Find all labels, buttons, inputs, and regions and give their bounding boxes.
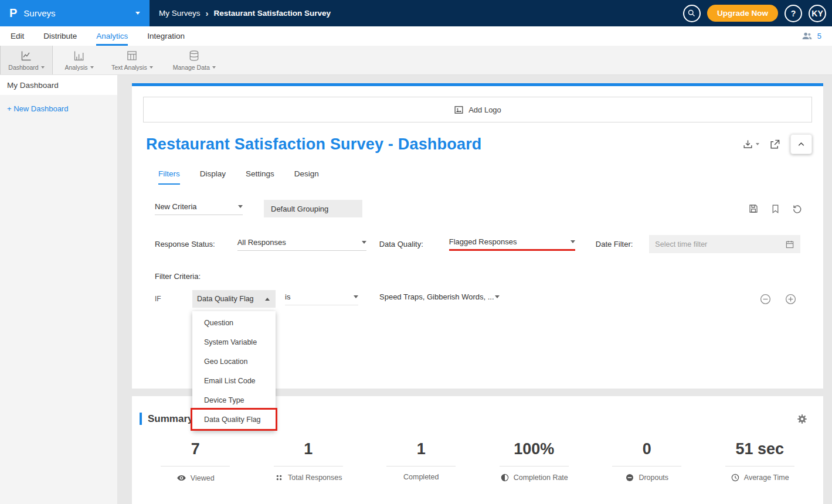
top-header: P Surveys My Surveys › Restaurant Satisf… bbox=[0, 0, 832, 26]
sidebar-item-my-dashboard[interactable]: My Dashboard bbox=[0, 75, 117, 95]
dropdown-item-system-variable[interactable]: System Variable bbox=[192, 332, 276, 352]
dashboard-card: Add Logo Restaurant Satisfaction Survey … bbox=[132, 83, 823, 389]
image-icon bbox=[454, 105, 464, 115]
stat-value: 7 bbox=[139, 440, 252, 458]
toolbar-item-label: Manage Data bbox=[173, 64, 210, 71]
dropdown-item-email-list-code[interactable]: Email List Code bbox=[192, 371, 276, 390]
stat-label: Viewed bbox=[191, 474, 215, 482]
download-button[interactable] bbox=[742, 139, 759, 150]
tab-design[interactable]: Design bbox=[294, 169, 319, 185]
stat-value: 51 sec bbox=[704, 440, 817, 458]
breadcrumb: My Surveys › Restaurant Satisfaction Sur… bbox=[159, 8, 331, 18]
tab-display[interactable]: Display bbox=[200, 169, 226, 185]
bookmark-criteria-button[interactable] bbox=[770, 204, 780, 214]
analytics-toolbar: Dashboard Analysis Text Analysis Manage … bbox=[0, 46, 832, 75]
date-filter-input[interactable] bbox=[655, 240, 782, 248]
new-dashboard-link[interactable]: + New Dashboard bbox=[0, 95, 117, 122]
date-filter-field[interactable] bbox=[649, 235, 800, 253]
new-criteria-select[interactable]: New Criteria bbox=[155, 202, 243, 215]
dashboard-tabs: Filters Display Settings Design bbox=[158, 169, 812, 185]
tab-edit[interactable]: Edit bbox=[11, 26, 24, 46]
text-grid-icon bbox=[126, 50, 138, 62]
response-status-select[interactable]: All Responses bbox=[237, 238, 366, 251]
add-logo-label: Add Logo bbox=[468, 105, 501, 114]
database-icon bbox=[188, 50, 200, 62]
help-button[interactable]: ? bbox=[785, 5, 802, 22]
add-logo-button[interactable]: Add Logo bbox=[143, 97, 812, 122]
stat-total-responses: 1 Total Responses bbox=[252, 440, 365, 483]
product-switcher[interactable]: P Surveys bbox=[0, 0, 150, 26]
add-criteria-button[interactable] bbox=[785, 293, 797, 305]
toolbar-item-dashboard[interactable]: Dashboard bbox=[0, 46, 53, 74]
tab-analytics[interactable]: Analytics bbox=[96, 26, 128, 46]
caret-down-icon bbox=[150, 66, 153, 69]
minus-circle-icon bbox=[759, 293, 772, 305]
toolbar-item-label: Analysis bbox=[64, 64, 87, 71]
summary-settings-button[interactable] bbox=[796, 413, 808, 425]
filter-criteria-label: Filter Criteria: bbox=[155, 272, 201, 281]
toolbar-item-analysis[interactable]: Analysis bbox=[53, 46, 106, 74]
page-title: Restaurant Satisfaction Survey - Dashboa… bbox=[146, 135, 482, 154]
stat-viewed: 7 Viewed bbox=[139, 440, 252, 483]
search-button[interactable] bbox=[683, 5, 701, 22]
plus-circle-icon bbox=[785, 293, 797, 305]
stat-label: Completion Rate bbox=[514, 474, 568, 482]
tab-distribute[interactable]: Distribute bbox=[43, 26, 77, 46]
caret-down-icon bbox=[362, 241, 366, 244]
toolbar-item-manage-data[interactable]: Manage Data bbox=[167, 46, 222, 74]
stat-label: Dropouts bbox=[639, 474, 668, 482]
reset-filters-button[interactable] bbox=[792, 203, 803, 214]
filters-panel: New Criteria Default Grouping bbox=[143, 200, 812, 308]
remove-criteria-button[interactable] bbox=[759, 293, 772, 305]
data-quality-select[interactable]: Flagged Responses bbox=[449, 237, 575, 251]
if-label: IF bbox=[155, 295, 165, 303]
dropdown-item-data-quality-flag[interactable]: Data Quality Flag bbox=[192, 410, 276, 429]
stat-value: 0 bbox=[590, 440, 704, 458]
dropdown-item-device-type[interactable]: Device Type bbox=[192, 390, 276, 410]
stat-label: Average Time bbox=[744, 474, 789, 482]
dropdown-item-geo-location[interactable]: Geo Location bbox=[192, 352, 276, 371]
collaborators[interactable]: 5 bbox=[802, 26, 832, 46]
data-quality-label: Data Quality: bbox=[379, 240, 423, 248]
criteria-field-select[interactable]: Data Quality Flag bbox=[192, 290, 276, 308]
default-grouping-field[interactable]: Default Grouping bbox=[264, 200, 362, 217]
tab-integration[interactable]: Integration bbox=[147, 26, 185, 46]
criteria-operator-select[interactable]: is bbox=[285, 292, 358, 305]
stat-value: 1 bbox=[252, 440, 365, 458]
date-filter-label: Date Filter: bbox=[596, 240, 633, 248]
stat-completed: 1 Completed bbox=[365, 440, 478, 483]
people-dots-icon bbox=[274, 473, 284, 482]
clock-icon bbox=[731, 473, 740, 482]
minus-circle-icon bbox=[625, 473, 634, 482]
analysis-chart-icon bbox=[73, 50, 85, 62]
line-chart-icon bbox=[21, 50, 32, 62]
bookmark-icon bbox=[770, 204, 780, 214]
dropdown-item-question[interactable]: Question bbox=[192, 313, 276, 332]
caret-down-icon bbox=[756, 143, 759, 145]
breadcrumb-current: Restaurant Satisfaction Survey bbox=[214, 9, 331, 18]
upgrade-now-button[interactable]: Upgrade Now bbox=[707, 5, 778, 22]
reset-icon bbox=[792, 203, 803, 214]
half-circle-icon bbox=[500, 473, 510, 482]
avatar[interactable]: KY bbox=[809, 5, 826, 22]
app-window: P Surveys My Surveys › Restaurant Satisf… bbox=[0, 0, 832, 504]
gear-icon bbox=[796, 413, 808, 425]
tab-settings[interactable]: Settings bbox=[246, 169, 274, 185]
toolbar-item-text-analysis[interactable]: Text Analysis bbox=[106, 46, 159, 74]
caret-down-icon bbox=[238, 205, 243, 208]
stat-value: 1 bbox=[365, 440, 478, 458]
breadcrumb-parent[interactable]: My Surveys bbox=[159, 9, 201, 18]
summary-title: Summary bbox=[148, 413, 193, 425]
header-actions: Upgrade Now ? KY bbox=[683, 5, 832, 22]
collapse-panel-button[interactable] bbox=[790, 134, 812, 154]
share-button[interactable] bbox=[769, 139, 780, 150]
caret-down-icon bbox=[90, 66, 94, 69]
main-content: Add Logo Restaurant Satisfaction Survey … bbox=[117, 75, 832, 504]
save-icon bbox=[748, 203, 759, 214]
caret-down-icon bbox=[354, 295, 358, 298]
chevron-up-icon bbox=[796, 139, 806, 149]
tab-filters[interactable]: Filters bbox=[158, 169, 180, 185]
criteria-value-select[interactable]: Speed Traps, Gibberish Words, ... bbox=[379, 292, 500, 305]
stat-completion-rate: 100% Completion Rate bbox=[478, 440, 591, 483]
save-criteria-button[interactable] bbox=[748, 203, 759, 214]
